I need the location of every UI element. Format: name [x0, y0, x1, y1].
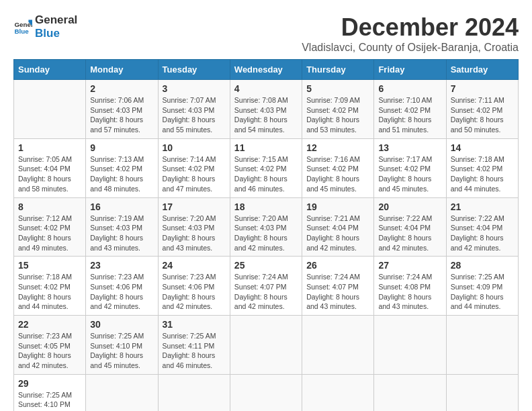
- day-number: 26: [306, 260, 369, 271]
- daylight-text: Daylight: 8 hours and 57 minutes.: [90, 115, 153, 134]
- sunrise-text: Sunrise: 7:21 AM: [306, 214, 369, 224]
- calendar-cell: 18Sunrise: 7:20 AMSunset: 4:03 PMDayligh…: [230, 197, 302, 257]
- calendar-cell: 14Sunrise: 7:18 AMSunset: 4:02 PMDayligh…: [446, 138, 518, 197]
- day-info: Sunrise: 7:19 AMSunset: 4:03 PMDaylight:…: [90, 214, 153, 253]
- day-number: 23: [90, 260, 153, 271]
- daylight-text: Daylight: 8 hours and 42 minutes.: [18, 351, 81, 370]
- calendar-cell: 11Sunrise: 7:15 AMSunset: 4:02 PMDayligh…: [230, 138, 302, 197]
- day-number: 2: [90, 83, 153, 94]
- sunset-text: Sunset: 4:09 PM: [451, 282, 514, 292]
- sunrise-text: Sunrise: 7:11 AM: [451, 95, 514, 105]
- sunrise-text: Sunrise: 7:24 AM: [234, 272, 298, 282]
- sunrise-text: Sunrise: 7:22 AM: [451, 214, 514, 224]
- header-friday: Friday: [374, 60, 446, 80]
- day-number: 24: [163, 260, 226, 271]
- daylight-text: Daylight: 8 hours and 46 minutes.: [234, 174, 298, 193]
- day-info: Sunrise: 7:25 AMSunset: 4:11 PMDaylight:…: [163, 331, 226, 371]
- calendar-cell: 3Sunrise: 7:07 AMSunset: 4:03 PMDaylight…: [158, 80, 230, 139]
- daylight-text: Daylight: 8 hours and 55 minutes.: [163, 115, 226, 134]
- sunset-text: Sunset: 4:04 PM: [451, 223, 514, 233]
- daylight-text: Daylight: 8 hours and 42 minutes.: [234, 233, 298, 253]
- day-number: 28: [451, 260, 514, 271]
- sunset-text: Sunset: 4:02 PM: [451, 105, 514, 116]
- day-number: 13: [378, 142, 441, 153]
- sunrise-text: Sunrise: 7:14 AM: [163, 154, 226, 165]
- daylight-text: Daylight: 8 hours and 44 minutes.: [451, 292, 514, 312]
- sunrise-text: Sunrise: 7:17 AM: [378, 154, 441, 165]
- day-number: 25: [234, 260, 298, 271]
- sunrise-text: Sunrise: 7:23 AM: [90, 272, 153, 282]
- daylight-text: Daylight: 8 hours and 42 minutes.: [163, 292, 226, 312]
- sunrise-text: Sunrise: 7:08 AM: [234, 95, 298, 105]
- sunset-text: Sunset: 4:03 PM: [90, 105, 153, 116]
- day-info: Sunrise: 7:23 AMSunset: 4:05 PMDaylight:…: [18, 331, 81, 371]
- day-number: 10: [163, 142, 226, 153]
- calendar-cell: [302, 316, 374, 375]
- daylight-text: Daylight: 8 hours and 43 minutes.: [90, 233, 153, 253]
- sunset-text: Sunset: 4:02 PM: [306, 164, 369, 174]
- logo: General Blue General Blue: [13, 13, 77, 41]
- day-number: 9: [90, 142, 153, 153]
- day-number: 12: [306, 142, 369, 153]
- day-number: 5: [306, 83, 369, 94]
- sunrise-text: Sunrise: 7:20 AM: [234, 214, 298, 224]
- calendar-cell: [374, 316, 446, 375]
- header-thursday: Thursday: [302, 60, 374, 80]
- calendar-cell: 26Sunrise: 7:24 AMSunset: 4:07 PMDayligh…: [302, 257, 374, 316]
- day-info: Sunrise: 7:14 AMSunset: 4:02 PMDaylight:…: [163, 154, 226, 194]
- sunrise-text: Sunrise: 7:23 AM: [163, 272, 226, 282]
- sunset-text: Sunset: 4:06 PM: [163, 282, 226, 292]
- calendar-cell: 21Sunrise: 7:22 AMSunset: 4:04 PMDayligh…: [446, 197, 518, 257]
- day-info: Sunrise: 7:09 AMSunset: 4:02 PMDaylight:…: [306, 95, 369, 135]
- sunrise-text: Sunrise: 7:25 AM: [163, 331, 226, 341]
- daylight-text: Daylight: 8 hours and 43 minutes.: [378, 292, 441, 312]
- sunset-text: Sunset: 4:04 PM: [18, 164, 81, 174]
- sunrise-text: Sunrise: 7:18 AM: [451, 154, 514, 165]
- calendar-cell: [374, 374, 446, 411]
- calendar-cell: [158, 374, 230, 411]
- daylight-text: Daylight: 8 hours and 46 minutes.: [163, 351, 226, 370]
- day-info: Sunrise: 7:24 AMSunset: 4:07 PMDaylight:…: [306, 272, 369, 312]
- sunset-text: Sunset: 4:03 PM: [163, 105, 226, 116]
- sunset-text: Sunset: 4:07 PM: [306, 282, 369, 292]
- day-number: 19: [306, 201, 369, 212]
- sunrise-text: Sunrise: 7:13 AM: [90, 154, 153, 165]
- header: General Blue General Blue December 2024 …: [13, 13, 519, 54]
- daylight-text: Daylight: 8 hours and 45 minutes.: [90, 351, 153, 370]
- month-title: December 2024: [302, 13, 519, 42]
- sunset-text: Sunset: 4:02 PM: [378, 164, 441, 174]
- sunrise-text: Sunrise: 7:22 AM: [378, 214, 441, 224]
- daylight-text: Daylight: 8 hours and 51 minutes.: [378, 115, 441, 134]
- daylight-text: Daylight: 8 hours and 48 minutes.: [90, 174, 153, 193]
- day-info: Sunrise: 7:25 AMSunset: 4:10 PMDaylight:…: [18, 390, 81, 411]
- calendar-cell: 25Sunrise: 7:24 AMSunset: 4:07 PMDayligh…: [230, 257, 302, 316]
- logo-text-block: General Blue: [35, 13, 77, 41]
- daylight-text: Daylight: 8 hours and 42 minutes.: [90, 292, 153, 312]
- day-number: 3: [163, 83, 226, 94]
- header-saturday: Saturday: [446, 60, 518, 80]
- day-info: Sunrise: 7:05 AMSunset: 4:04 PMDaylight:…: [18, 154, 81, 194]
- daylight-text: Daylight: 8 hours and 42 minutes.: [306, 233, 369, 253]
- sunset-text: Sunset: 4:04 PM: [306, 223, 369, 233]
- daylight-text: Daylight: 8 hours and 43 minutes.: [306, 292, 369, 312]
- day-number: 17: [163, 201, 226, 212]
- sunset-text: Sunset: 4:07 PM: [234, 282, 298, 292]
- calendar-cell: 16Sunrise: 7:19 AMSunset: 4:03 PMDayligh…: [86, 197, 158, 257]
- day-info: Sunrise: 7:13 AMSunset: 4:02 PMDaylight:…: [90, 154, 153, 194]
- calendar-cell: 30Sunrise: 7:25 AMSunset: 4:10 PMDayligh…: [86, 316, 158, 375]
- day-info: Sunrise: 7:20 AMSunset: 4:03 PMDaylight:…: [163, 214, 226, 253]
- sunset-text: Sunset: 4:05 PM: [18, 341, 81, 351]
- day-number: 29: [18, 378, 81, 389]
- day-info: Sunrise: 7:15 AMSunset: 4:02 PMDaylight:…: [234, 154, 298, 194]
- header-monday: Monday: [86, 60, 158, 80]
- day-number: 6: [378, 83, 441, 94]
- sunset-text: Sunset: 4:10 PM: [90, 341, 153, 351]
- day-info: Sunrise: 7:12 AMSunset: 4:02 PMDaylight:…: [18, 214, 81, 253]
- sunrise-text: Sunrise: 7:24 AM: [378, 272, 441, 282]
- calendar-cell: 5Sunrise: 7:09 AMSunset: 4:02 PMDaylight…: [302, 80, 374, 139]
- day-info: Sunrise: 7:08 AMSunset: 4:03 PMDaylight:…: [234, 95, 298, 135]
- calendar-cell: 27Sunrise: 7:24 AMSunset: 4:08 PMDayligh…: [374, 257, 446, 316]
- day-number: 21: [451, 201, 514, 212]
- day-info: Sunrise: 7:23 AMSunset: 4:06 PMDaylight:…: [90, 272, 153, 312]
- sunrise-text: Sunrise: 7:16 AM: [306, 154, 369, 165]
